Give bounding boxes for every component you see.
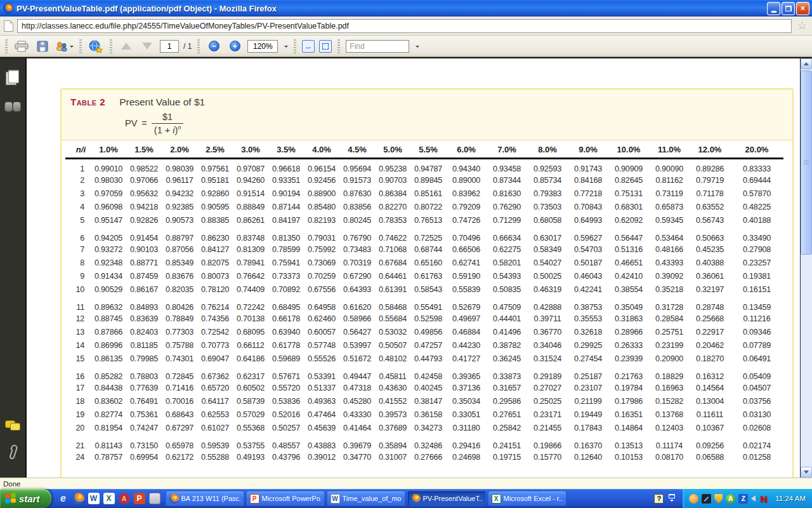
powerpoint-icon[interactable]: P — [134, 493, 145, 504]
access-icon[interactable]: A — [119, 493, 130, 504]
zoom-out-icon: − — [209, 41, 219, 51]
close-button[interactable]: × — [796, 2, 809, 15]
task-button-pv-pdf[interactable]: PV-PresentValueT... — [407, 491, 486, 506]
pv-factor-cell: 0.68095 — [233, 325, 268, 338]
table-label: Table 2 — [70, 97, 105, 107]
pv-factor-cell: 0.47318 — [339, 381, 375, 394]
start-button[interactable]: start — [0, 489, 51, 508]
pv-factor-cell: 0.44401 — [487, 312, 527, 325]
print-button[interactable] — [13, 38, 30, 55]
pv-factor-cell: 0.34046 — [527, 338, 568, 352]
pv-factor-cell: 0.65873 — [649, 200, 690, 213]
pv-factor-cell: 0.69047 — [197, 352, 233, 365]
internet-explorer-icon[interactable]: e — [58, 493, 69, 504]
task-button-ba213[interactable]: BA 213 W11 (Pasc... — [166, 491, 244, 506]
search-binoculars-icon[interactable] — [4, 102, 21, 110]
pv-factor-cell: 0.70016 — [162, 394, 197, 408]
pages-panel-icon[interactable] — [6, 70, 20, 85]
firefox-icon[interactable] — [73, 493, 84, 504]
pv-factor-cell: 0.90103 — [126, 243, 162, 256]
zoom-dropdown-caret[interactable] — [284, 46, 288, 50]
word-icon[interactable]: W — [88, 493, 100, 504]
collaborate-dropdown-caret[interactable] — [70, 46, 74, 50]
find-dropdown-caret[interactable] — [416, 46, 419, 50]
norton-icon[interactable]: N — [759, 494, 768, 504]
pv-factor-cell: 0.95238 — [375, 159, 410, 174]
scroll-up-button[interactable] — [801, 58, 812, 69]
pv-factor-cell: 0.95694 — [339, 159, 375, 174]
period-cell: 3 — [65, 187, 91, 200]
fit-page-button[interactable] — [319, 40, 332, 53]
pv-factor-cell: 0.67556 — [304, 283, 339, 296]
next-page-button[interactable] — [139, 38, 155, 55]
pv-factor-cell: 0.62172 — [162, 450, 197, 464]
pv-factor-cell: 0.19381 — [730, 269, 783, 283]
pv-factor-cell: 0.60057 — [304, 325, 339, 338]
excel-icon[interactable]: X — [103, 493, 115, 504]
pv-factor-cell: 0.78757 — [91, 450, 126, 464]
pv-factor-cell: 0.41496 — [487, 325, 527, 338]
pv-factor-cell: 0.75131 — [608, 187, 649, 200]
pv-factor-cell: 0.78599 — [268, 243, 304, 256]
scrollbar-thumb[interactable] — [801, 70, 812, 255]
find-input[interactable] — [346, 40, 409, 53]
comments-icon[interactable] — [5, 420, 20, 431]
windows-logo-icon — [5, 493, 16, 504]
restore-icon — [785, 6, 792, 11]
zoom-out-button[interactable]: − — [206, 38, 222, 55]
fit-width-button[interactable]: ↔ — [302, 40, 315, 53]
pv-factor-cell: 0.94787 — [410, 159, 446, 174]
help-icon[interactable]: ? — [654, 494, 664, 504]
pv-factor-cell: 0.23107 — [568, 381, 608, 394]
pv-factor-cell: 0.97059 — [91, 187, 126, 200]
window-titlebar[interactable]: PV-PresentValueTable.pdf (application/pd… — [0, 0, 812, 17]
messenger-icon[interactable] — [689, 494, 698, 504]
attachments-paperclip-icon[interactable] — [6, 444, 19, 461]
pv-factor-cell: 0.57671 — [268, 365, 304, 381]
pv-factor-cell: 0.80426 — [162, 296, 197, 312]
pv-factor-cell: 0.31728 — [649, 296, 690, 312]
minimize-icon — [771, 11, 776, 13]
task-button-powerpoint[interactable]: P Microsoft PowerPo... — [246, 491, 325, 506]
wrench-icon[interactable] — [702, 494, 711, 504]
column-header: 7.0% — [487, 140, 527, 159]
table-row: 50.951470.928260.905730.883850.862610.84… — [65, 213, 783, 227]
show-desktop-icon[interactable] — [149, 493, 160, 504]
web-upload-button[interactable] — [88, 38, 104, 55]
pv-factor-cell: 0.93272 — [91, 243, 126, 256]
pv-factor-cell: 0.88849 — [233, 200, 268, 213]
pv-factor-cell: 0.59689 — [268, 352, 304, 365]
table-row: 200.819540.742470.672970.610270.553680.5… — [65, 421, 783, 434]
task-button-excel[interactable]: X Microsoft Excel - r... — [488, 491, 566, 506]
pv-factor-cell: 0.10367 — [690, 421, 730, 434]
pv-factor-cell: 0.29189 — [527, 365, 568, 381]
present-value-table: n/i1.0%1.5%2.0%2.5%3.0%3.5%4.0%4.5%5.0%5… — [65, 140, 783, 464]
restore-button[interactable] — [782, 2, 795, 15]
pv-factor-cell: 0.89000 — [446, 173, 487, 187]
pv-table-box: Table 2Present Value of $1 PV = $1 (1 + … — [60, 88, 794, 478]
task-button-word-doc[interactable]: W Time_value_of_mo... — [327, 491, 405, 506]
scrollbar-track[interactable] — [801, 69, 812, 467]
previous-page-button[interactable] — [118, 38, 134, 55]
taskbar-mid-icons: ? — [649, 494, 680, 504]
zoom-level-select[interactable]: 120% — [247, 40, 278, 53]
pv-factor-cell: 0.83748 — [233, 227, 268, 243]
page-number-input[interactable] — [160, 40, 179, 53]
url-input[interactable] — [17, 19, 792, 33]
collaborate-button[interactable] — [55, 38, 74, 55]
bookmark-star-icon[interactable]: ☆ — [796, 20, 808, 32]
period-cell: 18 — [65, 394, 91, 408]
volume-icon[interactable] — [751, 495, 756, 502]
table-row: 160.852820.788030.728450.673620.623170.5… — [65, 365, 783, 381]
hide-icons-chevron[interactable] — [669, 494, 675, 504]
zoom-in-button[interactable]: + — [226, 38, 243, 55]
pv-factor-cell: 0.54027 — [527, 256, 568, 269]
save-button[interactable] — [34, 38, 51, 55]
security-shield-icon[interactable] — [714, 494, 723, 504]
pv-factor-cell: 0.93351 — [268, 173, 304, 187]
vertical-scrollbar[interactable] — [800, 58, 812, 478]
z-icon[interactable]: Z — [738, 494, 748, 504]
green-a-icon[interactable]: A — [726, 494, 735, 504]
scroll-down-button[interactable] — [801, 467, 812, 478]
minimize-button[interactable] — [767, 2, 780, 15]
